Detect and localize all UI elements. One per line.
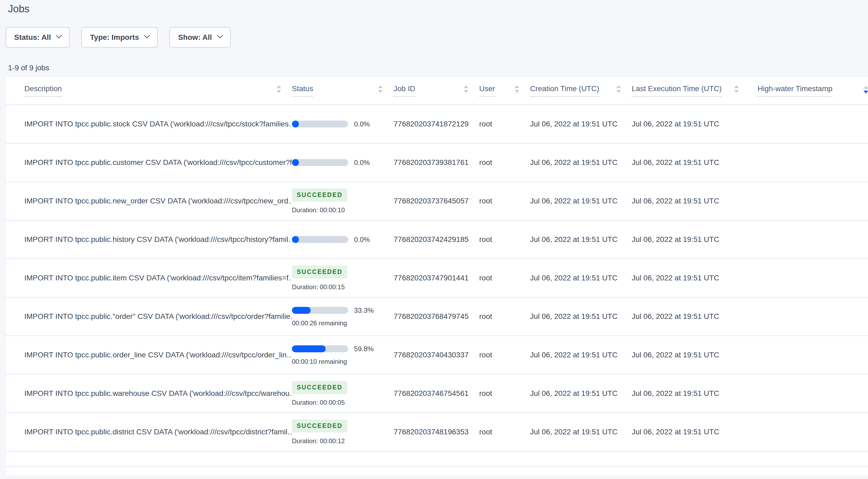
job-description[interactable]: IMPORT INTO tpcc.public.item CSV DATA ('… xyxy=(24,274,292,282)
status-filter-dropdown[interactable]: Status: All xyxy=(6,27,69,47)
job-description[interactable]: IMPORT INTO tpcc.public.new_order CSV DA… xyxy=(24,197,292,205)
job-user: root xyxy=(479,197,530,205)
status-badge: SUCCEEDED xyxy=(292,419,347,433)
creation-time: Jul 06, 2022 at 19:51 UTC xyxy=(530,312,632,321)
page-title: Jobs xyxy=(8,3,868,15)
creation-time: Jul 06, 2022 at 19:51 UTC xyxy=(530,197,632,205)
table-row: IMPORT INTO tpcc.public.item CSV DATA ('… xyxy=(6,259,868,298)
creation-time: Jul 06, 2022 at 19:51 UTC xyxy=(530,351,632,359)
status-cell: SUCCEEDEDDuration: 00:00:12 xyxy=(292,419,394,445)
job-description[interactable]: IMPORT INTO tpcc.public.order_line CSV D… xyxy=(24,351,292,359)
duration-text: Duration: 00:00:05 xyxy=(292,399,394,406)
table-header-row: Description Status Job ID User Creation … xyxy=(6,77,868,105)
job-id: 776820203737645057 xyxy=(394,197,479,205)
status-cell: 59.8%00:00:10 remaining xyxy=(292,345,394,366)
status-cell: SUCCEEDEDDuration: 00:00:05 xyxy=(292,381,394,406)
duration-text: Duration: 00:00:12 xyxy=(292,437,394,445)
last-execution-time: Jul 06, 2022 at 19:51 UTC xyxy=(632,389,749,398)
chevron-down-icon xyxy=(144,32,150,38)
table-row: IMPORT INTO tpcc.public.order_line CSV D… xyxy=(6,336,868,375)
status-filter-label: Status: All xyxy=(14,33,51,42)
progress-percent: 0.0% xyxy=(354,120,370,128)
remaining-text: 00:00:10 remaining xyxy=(292,358,394,366)
sort-arrows-active-icon[interactable] xyxy=(864,86,868,94)
column-header-high-water-timestamp[interactable]: High-water Timestamp xyxy=(749,84,868,97)
job-description[interactable]: IMPORT INTO tpcc.public."order" CSV DATA… xyxy=(24,312,292,321)
sort-arrows-icon[interactable] xyxy=(276,85,281,93)
last-execution-time: Jul 06, 2022 at 19:51 UTC xyxy=(632,428,749,436)
sort-asc-icon xyxy=(734,85,739,88)
progress-percent: 33.3% xyxy=(354,306,374,315)
type-filter-label: Type: Imports xyxy=(90,33,139,42)
job-id: 776820203748196353 xyxy=(394,428,479,436)
sort-desc-icon xyxy=(616,90,621,93)
sort-asc-icon xyxy=(515,85,519,88)
creation-time: Jul 06, 2022 at 19:51 UTC xyxy=(530,158,632,167)
sort-desc-active-icon xyxy=(864,91,868,94)
job-user: root xyxy=(479,158,530,167)
column-header-status[interactable]: Status xyxy=(292,84,394,97)
table-row: IMPORT INTO tpcc.public.warehouse CSV DA… xyxy=(6,375,868,413)
job-description[interactable]: IMPORT INTO tpcc.public.stock CSV DATA (… xyxy=(24,120,292,128)
job-user: root xyxy=(479,428,530,436)
sort-arrows-icon[interactable] xyxy=(378,85,383,93)
show-filter-dropdown[interactable]: Show: All xyxy=(169,27,230,47)
sort-asc-icon xyxy=(276,85,281,88)
table-row: IMPORT INTO tpcc.public.district CSV DAT… xyxy=(6,413,868,451)
job-user: root xyxy=(479,274,530,282)
progress-percent: 59.8% xyxy=(354,345,374,353)
progress-percent: 0.0% xyxy=(354,159,370,167)
status-cell: 0.0% xyxy=(292,120,394,128)
last-execution-time: Jul 06, 2022 at 19:51 UTC xyxy=(632,158,749,167)
sort-desc-icon xyxy=(515,90,519,93)
job-description[interactable]: IMPORT INTO tpcc.public.customer CSV DAT… xyxy=(24,158,292,167)
job-id: 776820203768479745 xyxy=(394,312,479,321)
last-execution-time: Jul 06, 2022 at 19:51 UTC xyxy=(632,274,749,282)
job-description[interactable]: IMPORT INTO tpcc.public.history CSV DATA… xyxy=(24,235,292,244)
column-header-last-execution-time[interactable]: Last Execution Time (UTC) xyxy=(632,84,749,97)
chevron-down-icon xyxy=(56,32,62,38)
status-cell: 33.3%00:00:26 remaining xyxy=(292,306,394,327)
status-cell: 0.0% xyxy=(292,159,394,167)
job-user: root xyxy=(479,120,530,128)
status-cell: SUCCEEDEDDuration: 00:00:10 xyxy=(292,189,394,214)
progress-bar: 0.0% xyxy=(292,120,394,128)
status-badge: SUCCEEDED xyxy=(292,189,347,202)
sort-asc-icon xyxy=(864,86,868,89)
column-header-job-id[interactable]: Job ID xyxy=(394,84,479,97)
table-row: IMPORT INTO tpcc.public.customer CSV DAT… xyxy=(6,143,868,182)
job-id: 776820203747901441 xyxy=(394,274,479,282)
last-execution-time: Jul 06, 2022 at 19:51 UTC xyxy=(632,351,749,359)
column-header-description[interactable]: Description xyxy=(6,84,292,97)
jobs-page: Jobs Status: All Type: Imports Show: All… xyxy=(0,3,868,476)
table-row: IMPORT INTO tpcc.public.new_order CSV DA… xyxy=(6,182,868,220)
table-body: IMPORT INTO tpcc.public.stock CSV DATA (… xyxy=(6,105,868,451)
job-user: root xyxy=(479,235,530,244)
sort-arrows-icon[interactable] xyxy=(734,85,739,93)
job-user: root xyxy=(479,351,530,359)
sort-arrows-icon[interactable] xyxy=(515,85,519,93)
column-header-creation-time[interactable]: Creation Time (UTC) xyxy=(530,84,632,97)
creation-time: Jul 06, 2022 at 19:51 UTC xyxy=(530,389,632,398)
column-header-user[interactable]: User xyxy=(479,84,530,97)
job-id: 776820203741872129 xyxy=(394,120,479,128)
type-filter-dropdown[interactable]: Type: Imports xyxy=(81,27,158,47)
sort-desc-icon xyxy=(378,90,383,93)
sort-asc-icon xyxy=(378,85,383,88)
job-id: 776820203739381761 xyxy=(394,158,479,167)
sort-desc-icon xyxy=(734,90,739,93)
creation-time: Jul 06, 2022 at 19:51 UTC xyxy=(530,120,632,128)
table-footer xyxy=(6,451,868,467)
creation-time: Jul 06, 2022 at 19:51 UTC xyxy=(530,274,632,282)
duration-text: Duration: 00:00:10 xyxy=(292,206,394,214)
job-description[interactable]: IMPORT INTO tpcc.public.district CSV DAT… xyxy=(24,428,292,436)
sort-arrows-icon[interactable] xyxy=(616,85,621,93)
sort-arrows-icon[interactable] xyxy=(464,85,468,93)
last-execution-time: Jul 06, 2022 at 19:51 UTC xyxy=(632,120,749,128)
remaining-text: 00:00:26 remaining xyxy=(292,319,394,327)
status-cell: SUCCEEDEDDuration: 00:00:15 xyxy=(292,266,394,291)
show-filter-label: Show: All xyxy=(178,33,212,42)
filter-bar: Status: All Type: Imports Show: All xyxy=(6,27,868,47)
job-description[interactable]: IMPORT INTO tpcc.public.warehouse CSV DA… xyxy=(24,389,292,398)
status-badge: SUCCEEDED xyxy=(292,381,347,394)
